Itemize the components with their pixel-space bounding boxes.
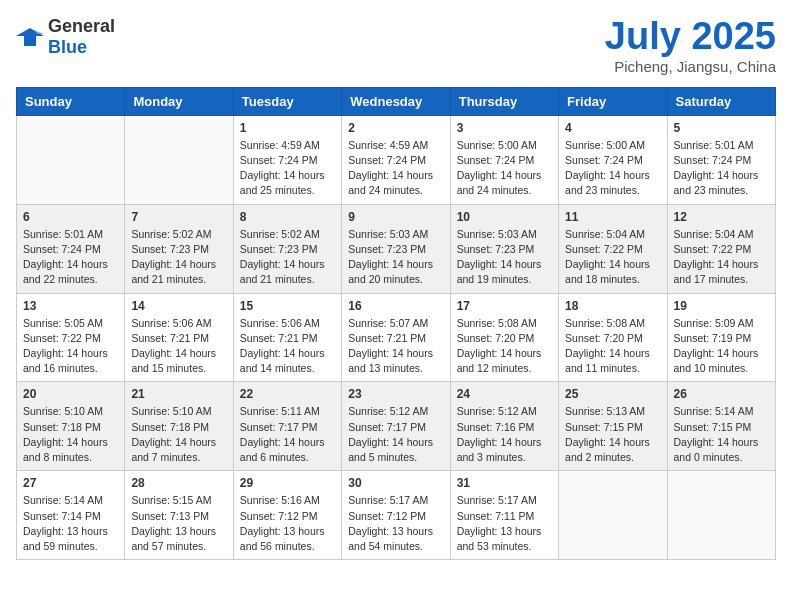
day-info: Sunrise: 5:03 AMSunset: 7:23 PMDaylight:… — [457, 227, 552, 288]
daylight-text: Daylight: 14 hours and 8 minutes. — [23, 436, 108, 463]
calendar-day-cell: 3Sunrise: 5:00 AMSunset: 7:24 PMDaylight… — [450, 115, 558, 204]
day-info: Sunrise: 5:10 AMSunset: 7:18 PMDaylight:… — [131, 404, 226, 465]
day-number: 16 — [348, 299, 443, 313]
daylight-text: Daylight: 14 hours and 24 minutes. — [348, 169, 433, 196]
daylight-text: Daylight: 14 hours and 13 minutes. — [348, 347, 433, 374]
sunrise-text: Sunrise: 5:08 AM — [565, 317, 645, 329]
sunset-text: Sunset: 7:20 PM — [457, 332, 535, 344]
day-number: 5 — [674, 121, 769, 135]
day-number: 13 — [23, 299, 118, 313]
logo-blue: Blue — [48, 37, 87, 57]
calendar-day-cell: 15Sunrise: 5:06 AMSunset: 7:21 PMDayligh… — [233, 293, 341, 382]
sunset-text: Sunset: 7:15 PM — [674, 421, 752, 433]
sunrise-text: Sunrise: 5:09 AM — [674, 317, 754, 329]
sunrise-text: Sunrise: 5:17 AM — [457, 494, 537, 506]
day-number: 30 — [348, 476, 443, 490]
calendar-day-cell: 11Sunrise: 5:04 AMSunset: 7:22 PMDayligh… — [559, 204, 667, 293]
calendar-day-cell: 21Sunrise: 5:10 AMSunset: 7:18 PMDayligh… — [125, 382, 233, 471]
sunrise-text: Sunrise: 5:03 AM — [348, 228, 428, 240]
daylight-text: Daylight: 14 hours and 23 minutes. — [674, 169, 759, 196]
calendar-day-cell: 18Sunrise: 5:08 AMSunset: 7:20 PMDayligh… — [559, 293, 667, 382]
day-number: 8 — [240, 210, 335, 224]
sunrise-text: Sunrise: 5:07 AM — [348, 317, 428, 329]
sunrise-text: Sunrise: 4:59 AM — [348, 139, 428, 151]
daylight-text: Daylight: 14 hours and 14 minutes. — [240, 347, 325, 374]
sunrise-text: Sunrise: 4:59 AM — [240, 139, 320, 151]
sunrise-text: Sunrise: 5:16 AM — [240, 494, 320, 506]
day-info: Sunrise: 5:07 AMSunset: 7:21 PMDaylight:… — [348, 316, 443, 377]
day-number: 1 — [240, 121, 335, 135]
weekday-header-saturday: Saturday — [667, 87, 775, 115]
daylight-text: Daylight: 14 hours and 7 minutes. — [131, 436, 216, 463]
day-info: Sunrise: 5:00 AMSunset: 7:24 PMDaylight:… — [565, 138, 660, 199]
day-number: 15 — [240, 299, 335, 313]
day-info: Sunrise: 5:09 AMSunset: 7:19 PMDaylight:… — [674, 316, 769, 377]
calendar-day-cell — [17, 115, 125, 204]
calendar-day-cell: 9Sunrise: 5:03 AMSunset: 7:23 PMDaylight… — [342, 204, 450, 293]
sunrise-text: Sunrise: 5:01 AM — [674, 139, 754, 151]
calendar-day-cell: 24Sunrise: 5:12 AMSunset: 7:16 PMDayligh… — [450, 382, 558, 471]
day-number: 17 — [457, 299, 552, 313]
daylight-text: Daylight: 14 hours and 17 minutes. — [674, 258, 759, 285]
day-number: 11 — [565, 210, 660, 224]
day-info: Sunrise: 5:12 AMSunset: 7:16 PMDaylight:… — [457, 404, 552, 465]
daylight-text: Daylight: 14 hours and 3 minutes. — [457, 436, 542, 463]
logo-icon — [16, 26, 44, 48]
calendar-day-cell — [125, 115, 233, 204]
sunset-text: Sunset: 7:13 PM — [131, 510, 209, 522]
day-info: Sunrise: 5:14 AMSunset: 7:14 PMDaylight:… — [23, 493, 118, 554]
sunrise-text: Sunrise: 5:01 AM — [23, 228, 103, 240]
calendar-day-cell: 31Sunrise: 5:17 AMSunset: 7:11 PMDayligh… — [450, 471, 558, 560]
sunset-text: Sunset: 7:22 PM — [23, 332, 101, 344]
calendar-day-cell: 16Sunrise: 5:07 AMSunset: 7:21 PMDayligh… — [342, 293, 450, 382]
day-info: Sunrise: 5:08 AMSunset: 7:20 PMDaylight:… — [565, 316, 660, 377]
daylight-text: Daylight: 14 hours and 5 minutes. — [348, 436, 433, 463]
calendar-day-cell — [667, 471, 775, 560]
daylight-text: Daylight: 14 hours and 24 minutes. — [457, 169, 542, 196]
weekday-header-thursday: Thursday — [450, 87, 558, 115]
sunrise-text: Sunrise: 5:17 AM — [348, 494, 428, 506]
weekday-header-monday: Monday — [125, 87, 233, 115]
calendar-day-cell: 17Sunrise: 5:08 AMSunset: 7:20 PMDayligh… — [450, 293, 558, 382]
day-number: 14 — [131, 299, 226, 313]
daylight-text: Daylight: 14 hours and 10 minutes. — [674, 347, 759, 374]
day-info: Sunrise: 5:17 AMSunset: 7:12 PMDaylight:… — [348, 493, 443, 554]
day-info: Sunrise: 5:01 AMSunset: 7:24 PMDaylight:… — [23, 227, 118, 288]
sunrise-text: Sunrise: 5:14 AM — [23, 494, 103, 506]
sunset-text: Sunset: 7:18 PM — [131, 421, 209, 433]
day-number: 4 — [565, 121, 660, 135]
sunrise-text: Sunrise: 5:05 AM — [23, 317, 103, 329]
daylight-text: Daylight: 14 hours and 12 minutes. — [457, 347, 542, 374]
sunset-text: Sunset: 7:24 PM — [565, 154, 643, 166]
day-number: 28 — [131, 476, 226, 490]
sunset-text: Sunset: 7:23 PM — [131, 243, 209, 255]
sunset-text: Sunset: 7:17 PM — [348, 421, 426, 433]
day-info: Sunrise: 5:06 AMSunset: 7:21 PMDaylight:… — [131, 316, 226, 377]
calendar-day-cell: 25Sunrise: 5:13 AMSunset: 7:15 PMDayligh… — [559, 382, 667, 471]
day-info: Sunrise: 5:17 AMSunset: 7:11 PMDaylight:… — [457, 493, 552, 554]
daylight-text: Daylight: 14 hours and 23 minutes. — [565, 169, 650, 196]
calendar-day-cell: 13Sunrise: 5:05 AMSunset: 7:22 PMDayligh… — [17, 293, 125, 382]
daylight-text: Daylight: 14 hours and 0 minutes. — [674, 436, 759, 463]
sunset-text: Sunset: 7:22 PM — [565, 243, 643, 255]
sunrise-text: Sunrise: 5:06 AM — [240, 317, 320, 329]
day-info: Sunrise: 5:16 AMSunset: 7:12 PMDaylight:… — [240, 493, 335, 554]
calendar-title: July 2025 — [605, 16, 776, 58]
day-number: 25 — [565, 387, 660, 401]
day-info: Sunrise: 5:13 AMSunset: 7:15 PMDaylight:… — [565, 404, 660, 465]
day-info: Sunrise: 5:10 AMSunset: 7:18 PMDaylight:… — [23, 404, 118, 465]
day-info: Sunrise: 5:06 AMSunset: 7:21 PMDaylight:… — [240, 316, 335, 377]
calendar-day-cell: 8Sunrise: 5:02 AMSunset: 7:23 PMDaylight… — [233, 204, 341, 293]
sunset-text: Sunset: 7:23 PM — [457, 243, 535, 255]
sunset-text: Sunset: 7:14 PM — [23, 510, 101, 522]
daylight-text: Daylight: 14 hours and 2 minutes. — [565, 436, 650, 463]
sunset-text: Sunset: 7:24 PM — [457, 154, 535, 166]
calendar-day-cell: 6Sunrise: 5:01 AMSunset: 7:24 PMDaylight… — [17, 204, 125, 293]
sunrise-text: Sunrise: 5:13 AM — [565, 405, 645, 417]
sunrise-text: Sunrise: 5:11 AM — [240, 405, 320, 417]
day-info: Sunrise: 5:15 AMSunset: 7:13 PMDaylight:… — [131, 493, 226, 554]
calendar-day-cell: 4Sunrise: 5:00 AMSunset: 7:24 PMDaylight… — [559, 115, 667, 204]
sunset-text: Sunset: 7:12 PM — [348, 510, 426, 522]
weekday-header-sunday: Sunday — [17, 87, 125, 115]
calendar-day-cell: 22Sunrise: 5:11 AMSunset: 7:17 PMDayligh… — [233, 382, 341, 471]
